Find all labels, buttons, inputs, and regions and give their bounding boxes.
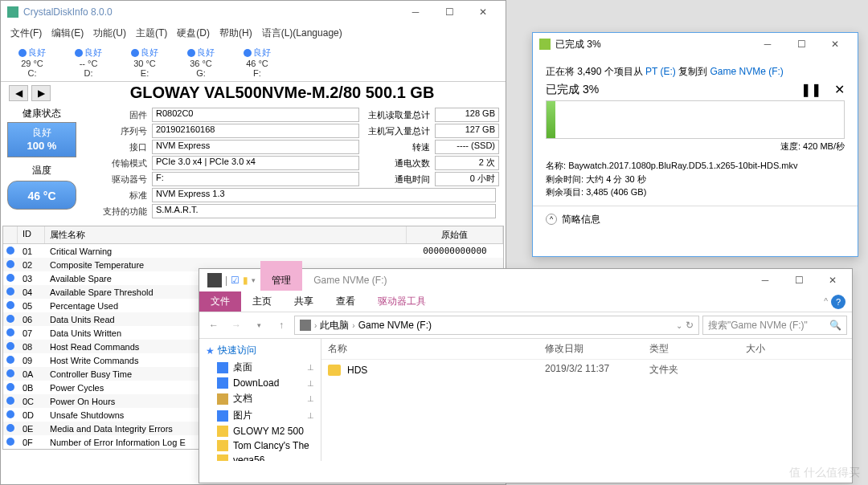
cancel-button[interactable]: ✕ [834,82,845,97]
health-label: 健康状态 [7,107,76,120]
maximize-button[interactable]: ☐ [433,2,465,22]
file-copy-dialog: 已完成 3% ─ ☐ ✕ 正在将 3,490 个项目从 PT (E:) 复制到 … [532,32,858,257]
ribbon-tab-drivetools[interactable]: 驱动器工具 [366,291,437,312]
file-list: 名称 修改日期 类型 大小 HDS 2019/3/2 11:37 文件夹 [321,339,852,461]
menu-lang[interactable]: 语言(L)(Language) [259,25,346,42]
pin-icon: ⊥ [307,394,314,403]
copy-details: 名称: Baywatch.2017.1080p.BluRay.DD5.1.x26… [546,159,845,199]
fewer-details-toggle[interactable]: ^ 简略信息 [533,206,858,233]
ribbon-tab-view[interactable]: 查看 [325,291,366,312]
smart-row[interactable]: 01Critical Warning000000000000 [3,244,503,258]
temp-label: 温度 [7,164,76,177]
folder-icon [328,365,341,376]
recent-dropdown[interactable]: ▾ [249,316,268,335]
minimize-button[interactable]: ─ [749,271,781,290]
drive-tab[interactable]: 良好36 °CG: [173,45,229,79]
list-item[interactable]: HDS 2019/3/2 11:37 文件夹 [321,360,852,380]
drive-selector-strip: 良好29 °CC:良好-- °CD:良好30 °CE:良好36 °CG:良好46… [1,43,506,82]
dest-link[interactable]: Game NVMe (F:) [710,66,783,77]
next-drive-button[interactable]: ▶ [31,85,51,101]
pause-button[interactable]: ❚❚ [800,82,821,97]
menu-bar: 文件(F) 编辑(E) 功能(U) 主题(T) 硬盘(D) 帮助(H) 语言(L… [1,23,506,43]
poweron-count-value: 2 次 [435,156,499,170]
sidebar-item-download[interactable]: DownLoad⊥ [199,376,321,390]
col-size[interactable]: 大小 [739,342,804,356]
qat-sep: | [225,275,227,286]
menu-disk[interactable]: 硬盘(D) [174,25,213,42]
contextual-tab-manage[interactable]: 管理 [260,271,302,291]
transfer-value: PCIe 3.0 x4 | PCIe 3.0 x4 [152,156,359,170]
breadcrumb-pc[interactable]: 此电脑 [320,319,349,332]
serial-value: 201902160168 [152,124,359,138]
ribbon-tab-share[interactable]: 共享 [283,291,325,312]
ribbon-collapse-icon[interactable]: ^ [824,297,828,306]
back-button[interactable]: ← [204,316,223,335]
forward-button[interactable]: → [227,316,246,335]
qat-new-icon[interactable]: ▮ [243,275,248,286]
copy-titlebar[interactable]: 已完成 3% ─ ☐ ✕ [533,33,858,55]
sidebar-item-desktop[interactable]: 桌面⊥ [199,359,321,376]
help-icon[interactable]: ? [831,295,845,309]
drive-tab[interactable]: 良好-- °CD: [60,45,117,79]
host-writes-value: 127 GB [435,124,499,138]
minimize-button[interactable]: ─ [751,35,784,54]
maximize-button[interactable]: ☐ [785,35,817,54]
maximize-button[interactable]: ☐ [783,271,815,290]
col-raw[interactable]: 原始值 [407,226,503,243]
poweron-hours-value: 0 小时 [435,172,499,186]
col-id[interactable]: ID [18,226,45,243]
minimize-button[interactable]: ─ [399,2,432,22]
search-input[interactable]: 搜索"Game NVMe (F:)" 🔍 [702,316,847,335]
menu-edit[interactable]: 编辑(E) [48,25,87,42]
search-icon: 🔍 [829,320,841,331]
health-status-box: 良好 100 % [7,122,76,157]
sidebar-item-pictures[interactable]: 图片⊥ [199,407,321,424]
breadcrumb[interactable]: › 此电脑 › Game NVMe (F:) ⌄ ↻ [294,316,699,335]
spin-value: ---- (SSD) [435,140,499,154]
drive-tab[interactable]: 良好29 °CC: [4,45,60,79]
nav-pane: ★快速访问 桌面⊥ DownLoad⊥ 文档⊥ 图片⊥ GLOWY M2 500… [199,339,321,461]
qat-props-icon[interactable]: ☑ [231,275,240,286]
sidebar-item-folder[interactable]: vega56 [199,453,321,461]
source-link[interactable]: PT (E:) [645,66,676,77]
ribbon-tab-home[interactable]: 主页 [241,291,283,312]
prev-drive-button[interactable]: ◀ [9,85,28,101]
sidebar-item-folder[interactable]: GLOWY M2 500 [199,424,321,438]
up-button[interactable]: ↑ [272,316,291,335]
col-date[interactable]: 修改日期 [538,342,643,356]
menu-file[interactable]: 文件(F) [7,25,45,42]
col-name[interactable]: 属性名称 [45,226,407,243]
drive-tab[interactable]: 良好46 °CF: [229,45,285,79]
breadcrumb-dropdown-icon[interactable]: ⌄ [676,321,682,330]
menu-func[interactable]: 功能(U) [90,25,129,42]
address-bar-row: ← → ▾ ↑ › 此电脑 › Game NVMe (F:) ⌄ ↻ 搜索"Ga… [199,312,852,339]
sidebar-item-folder[interactable]: Tom Clancy's The [199,438,321,453]
refresh-icon[interactable]: ↻ [686,320,694,331]
menu-theme[interactable]: 主题(T) [133,25,170,42]
quick-access-header[interactable]: ★快速访问 [199,342,321,359]
ribbon-tab-file[interactable]: 文件 [199,291,241,312]
close-button[interactable]: ✕ [817,271,849,290]
close-button[interactable]: ✕ [819,35,851,54]
pin-icon: ⊥ [307,411,314,420]
drive-tab[interactable]: 良好30 °CE: [117,45,173,79]
interface-value: NVM Express [152,140,359,154]
col-type[interactable]: 类型 [643,342,739,356]
menu-help[interactable]: 帮助(H) [216,25,256,42]
firmware-value: R0802C0 [152,108,359,122]
app-icon [7,6,18,18]
cdi-titlebar[interactable]: CrystalDiskInfo 8.0.0 ─ ☐ ✕ [1,1,506,23]
qat-dropdown-icon[interactable]: ▾ [252,276,256,284]
sidebar-item-documents[interactable]: 文档⊥ [199,390,321,407]
standard-value: NVM Express 1.3 [152,188,496,202]
progress-chart [546,100,845,139]
copy-icon [539,39,551,50]
host-reads-value: 128 GB [435,108,499,122]
copy-summary: 正在将 3,490 个项目从 PT (E:) 复制到 Game NVMe (F:… [546,65,845,79]
chevron-up-icon: ^ [546,214,557,225]
folder-icon [207,273,222,287]
col-name[interactable]: 名称 [321,342,538,356]
explorer-titlebar[interactable]: | ☑ ▮ ▾ 管理 Game NVMe (F:) ─ ☐ ✕ [199,269,852,291]
breadcrumb-location[interactable]: Game NVMe (F:) [358,320,432,331]
close-button[interactable]: ✕ [467,2,499,22]
